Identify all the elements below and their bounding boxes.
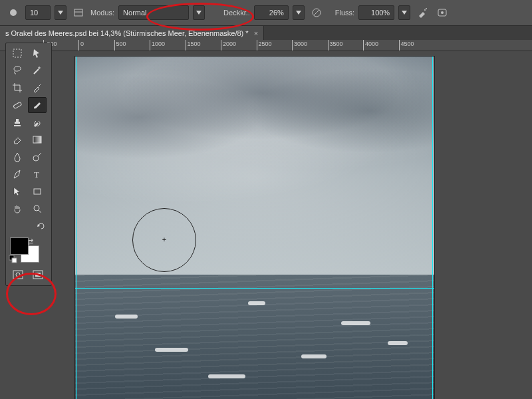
quick-mask-button[interactable] <box>9 267 27 283</box>
opacity-dropdown[interactable] <box>293 5 305 20</box>
wave <box>301 354 327 358</box>
crop-icon <box>12 82 23 93</box>
brush-icon <box>32 100 43 110</box>
flow-dropdown[interactable] <box>398 5 410 20</box>
history-brush-tool[interactable] <box>28 114 47 130</box>
chevron-down-icon <box>58 11 63 15</box>
workspace: -500050010001500200025003000350040004500… <box>0 40 532 399</box>
quick-select-tool[interactable] <box>28 63 47 78</box>
guide-vertical-left[interactable] <box>76 57 77 399</box>
ruler-tick: 4000 <box>363 40 378 51</box>
svg-rect-13 <box>13 102 22 108</box>
stamp-icon <box>12 117 23 128</box>
clouds <box>75 57 434 178</box>
svg-point-23 <box>16 273 20 277</box>
chevron-down-icon <box>296 11 301 15</box>
stamp-tool[interactable] <box>8 114 27 130</box>
toolbox: T ⇄ <box>5 43 52 286</box>
hand-tool[interactable] <box>8 201 27 217</box>
rotate-view-tool[interactable] <box>8 218 49 234</box>
guide-vertical-right[interactable] <box>432 57 433 399</box>
marquee-icon <box>12 48 23 59</box>
drop-icon <box>12 152 23 162</box>
gradient-tool[interactable] <box>28 132 47 148</box>
brush-size-field[interactable]: 10 <box>25 5 51 20</box>
svg-point-15 <box>33 156 39 161</box>
lasso-tool[interactable] <box>8 63 27 78</box>
svg-point-9 <box>426 8 427 9</box>
document-tab-title: s Orakel des Meeres.psd bei 14,3% (Stürm… <box>5 29 249 37</box>
brush-cursor <box>132 208 196 272</box>
shape-tool[interactable] <box>28 184 47 200</box>
close-tab-button[interactable]: × <box>254 29 258 37</box>
ruler-tick: 3500 <box>328 40 343 51</box>
svg-point-18 <box>34 205 39 211</box>
pressure-size-button[interactable] <box>434 5 450 21</box>
eyedropper-icon <box>32 82 43 93</box>
options-bar: 10 Modus: Normal Deckkr.: 26% Fluss: 100… <box>0 0 532 26</box>
svg-marker-7 <box>402 11 407 15</box>
svg-rect-2 <box>74 9 82 16</box>
ruler-tick: 3000 <box>292 40 307 51</box>
brush-panel-icon <box>73 7 84 18</box>
svg-rect-14 <box>33 136 41 143</box>
svg-point-8 <box>424 9 426 11</box>
mode-label: Modus: <box>90 9 114 17</box>
eraser-icon <box>12 134 23 145</box>
screen-mode-button[interactable] <box>29 267 47 283</box>
wave <box>115 315 138 319</box>
zoom-icon <box>32 203 43 214</box>
guide-horizontal[interactable] <box>75 288 434 289</box>
quick-mask-icon <box>13 270 23 279</box>
svg-rect-21 <box>12 258 17 263</box>
foreground-color[interactable] <box>10 237 29 255</box>
canvas-area[interactable] <box>63 51 532 399</box>
sea-region <box>75 275 434 399</box>
document-tab[interactable]: s Orakel des Meeres.psd bei 14,3% (Stürm… <box>0 26 264 41</box>
blur-tool[interactable] <box>8 149 27 165</box>
airbrush-button[interactable] <box>414 5 430 21</box>
ruler-tick: 1500 <box>186 40 201 51</box>
document-image[interactable] <box>74 56 435 399</box>
marquee-tool[interactable] <box>8 45 27 61</box>
zoom-tool[interactable] <box>28 201 47 217</box>
pen-tool[interactable] <box>8 166 27 182</box>
type-tool[interactable]: T <box>28 166 47 182</box>
rect-icon <box>32 186 43 197</box>
brush-tool[interactable] <box>28 97 47 113</box>
pressure-opacity-button[interactable] <box>309 5 325 21</box>
opacity-field[interactable]: 26% <box>254 5 289 20</box>
flow-field[interactable]: 100% <box>358 5 394 20</box>
hand-icon <box>12 203 23 214</box>
mode-dropdown[interactable] <box>193 5 205 20</box>
healing-tool[interactable] <box>8 97 27 113</box>
wave <box>388 341 408 345</box>
lasso-icon <box>12 65 23 76</box>
airbrush-icon <box>417 7 428 18</box>
gradient-icon <box>32 134 43 145</box>
crop-tool[interactable] <box>8 80 27 96</box>
eraser-tool[interactable] <box>8 132 27 148</box>
move-tool[interactable] <box>28 45 47 61</box>
mode-select[interactable]: Normal <box>118 5 189 20</box>
brush-panel-button[interactable] <box>70 5 86 21</box>
svg-rect-22 <box>13 271 23 279</box>
dodge-tool[interactable] <box>28 149 47 165</box>
wave <box>341 321 370 325</box>
ruler-horizontal[interactable]: -500050010001500200025003000350040004500 <box>0 40 532 51</box>
brush-preset-dropdown[interactable] <box>55 5 66 20</box>
svg-rect-12 <box>13 49 21 57</box>
default-colors-button[interactable] <box>9 255 18 264</box>
svg-marker-1 <box>58 11 63 15</box>
wave <box>155 348 188 352</box>
ruler-tick: 0 <box>78 40 84 51</box>
arrow-cursor-icon <box>12 186 23 197</box>
eyedropper-tool[interactable] <box>28 80 47 96</box>
path-select-tool[interactable] <box>8 184 27 200</box>
wand-icon <box>32 65 43 76</box>
brush-preview-button[interactable] <box>5 5 21 21</box>
color-swatch: ⇄ <box>9 237 46 264</box>
history-brush-icon <box>32 117 43 128</box>
svg-rect-25 <box>35 273 41 277</box>
dodge-icon <box>32 152 43 162</box>
